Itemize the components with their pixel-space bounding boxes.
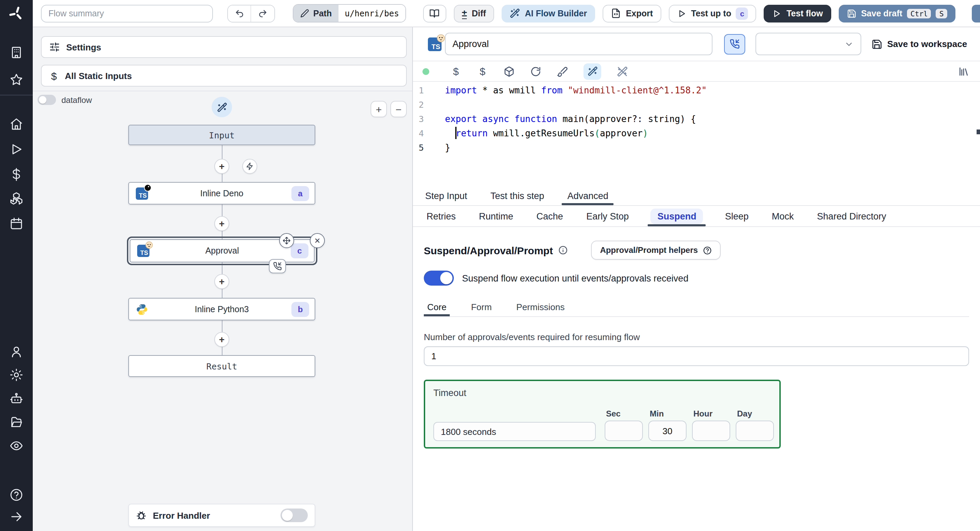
sidebar-item-variables[interactable] [0, 168, 33, 181]
package-button[interactable] [504, 66, 515, 77]
undo-button[interactable] [228, 5, 251, 21]
save-draft-button[interactable]: Save draft Ctrl S [838, 5, 955, 22]
approvals-required-input[interactable] [424, 346, 969, 366]
tab-shared-directory[interactable]: Shared Directory [814, 206, 889, 226]
suspend-mode-button[interactable] [724, 34, 745, 54]
flow-node-approval-selected[interactable]: TS Approval c [127, 236, 317, 265]
move-step-button[interactable] [279, 233, 294, 248]
script-library-button[interactable] [958, 66, 969, 77]
tab-advanced[interactable]: Advanced [566, 186, 610, 205]
flow-graph-canvas[interactable]: dataflow + − Input [33, 91, 412, 531]
ai-disable-button[interactable] [617, 66, 628, 77]
paintbrush-icon [557, 66, 568, 77]
tab-test-this-step[interactable]: Test this step [489, 186, 546, 205]
tab-permissions[interactable]: Permissions [513, 298, 568, 316]
sidebar-item-workspace[interactable] [0, 46, 33, 59]
resources-picker-button[interactable]: $ [477, 66, 488, 76]
format-button[interactable] [557, 66, 568, 77]
flow-node-inline-python[interactable]: Inline Python3 b [128, 298, 315, 320]
tab-sleep[interactable]: Sleep [722, 206, 751, 226]
test-up-to-button[interactable]: Test up to c [668, 5, 757, 22]
reload-button[interactable] [530, 66, 541, 77]
suspend-enable-toggle[interactable] [424, 271, 454, 285]
sidebar-item-users[interactable] [0, 345, 33, 358]
code-line[interactable]: 5} [413, 140, 980, 155]
tab-mock[interactable]: Mock [769, 206, 797, 226]
plus-icon: + [219, 219, 224, 228]
wand-sparkles-icon [587, 66, 598, 76]
flow-summary-input[interactable] [41, 5, 213, 22]
flow-settings-button[interactable]: Settings [41, 36, 407, 58]
zoom-out-button[interactable]: − [390, 101, 407, 117]
code-editor[interactable]: 1import * as wmill from "windmill-client… [413, 81, 980, 186]
tab-retries[interactable]: Retries [424, 206, 458, 226]
tab-early-stop[interactable]: Early Stop [584, 206, 632, 226]
diff-button[interactable]: ± Diff [453, 5, 494, 22]
code-line[interactable]: 4 return wmill.getResumeUrls(approver) [413, 126, 980, 140]
ai-assistant-button[interactable] [584, 63, 601, 79]
code-line[interactable]: 2 [413, 97, 980, 112]
sidebar-item-favorites[interactable] [0, 73, 33, 87]
add-trigger-button[interactable] [242, 159, 257, 174]
tab-step-input[interactable]: Step Input [424, 186, 468, 205]
all-static-inputs-button[interactable]: $ All Static Inputs [41, 65, 407, 87]
timeout-sec-input[interactable] [605, 420, 643, 441]
flow-panel: Settings $ All Static Inputs dataflow [33, 27, 413, 531]
docs-button[interactable] [423, 5, 446, 22]
step-name-input[interactable] [445, 33, 713, 55]
delete-step-button[interactable]: ✕ [310, 233, 325, 248]
tab-cache[interactable]: Cache [534, 206, 566, 226]
step-id-badge: a [291, 186, 309, 201]
approval-helpers-button[interactable]: Approval/Prompt helpers [591, 241, 720, 260]
sidebar-item-audit[interactable] [0, 439, 33, 453]
tab-core[interactable]: Core [424, 298, 450, 316]
building-icon [10, 46, 23, 59]
flow-node-inline-deno[interactable]: TS Inline Deno a [128, 182, 315, 204]
sidebar-item-workers[interactable] [0, 392, 33, 406]
save-icon [872, 38, 882, 49]
add-step-button[interactable]: + [214, 332, 229, 347]
flow-node-input[interactable]: Input [128, 125, 315, 145]
tab-runtime[interactable]: Runtime [476, 206, 516, 226]
flow-node-result[interactable]: Result [128, 355, 315, 377]
add-step-button[interactable]: + [214, 274, 229, 289]
ai-flow-builder-button[interactable]: AI Flow Builder [501, 5, 595, 22]
sidebar-item-folders[interactable] [0, 416, 33, 430]
deploy-button-partial[interactable] [972, 5, 980, 22]
sidebar-item-schedules[interactable] [0, 217, 33, 230]
timeout-hour-input[interactable] [692, 420, 730, 441]
code-line[interactable]: 3export async function main(approver?: s… [413, 112, 980, 126]
code-line[interactable]: 1import * as wmill from "windmill-client… [413, 83, 980, 97]
dataflow-toggle[interactable] [38, 95, 56, 105]
sidebar-item-resources[interactable] [0, 192, 33, 206]
add-step-button[interactable]: + [214, 216, 229, 231]
sidebar-item-collapse[interactable] [0, 510, 33, 523]
redo-button[interactable] [251, 5, 274, 21]
export-button[interactable]: Export [603, 5, 661, 22]
sidebar-item-settings[interactable] [0, 368, 33, 382]
timeout-min-input[interactable] [648, 420, 687, 441]
info-icon[interactable] [558, 246, 568, 255]
zoom-in-button[interactable]: + [371, 101, 387, 117]
error-handler-card[interactable]: Error Handler [128, 504, 315, 527]
error-handler-toggle[interactable] [280, 509, 308, 522]
tab-form[interactable]: Form [468, 298, 495, 316]
ai-graph-wand-button[interactable] [212, 97, 232, 117]
step-id-badge: c [291, 243, 309, 258]
path-button[interactable]: Path u/henri/bes [293, 4, 406, 22]
timeout-day-input[interactable] [736, 420, 774, 441]
robot-icon [10, 392, 23, 406]
save-to-workspace-button[interactable]: Save to workspace [872, 38, 967, 49]
sidebar-item-runs[interactable] [0, 143, 33, 156]
sidebar-item-help[interactable] [0, 488, 33, 502]
approval-face-icon [145, 241, 153, 249]
script-version-select[interactable] [756, 33, 861, 55]
variables-picker-button[interactable]: $ [450, 66, 461, 76]
windmill-logo[interactable] [0, 5, 33, 22]
tab-suspend[interactable]: Suspend [649, 206, 705, 226]
sidebar [0, 0, 33, 531]
folder-open-icon [10, 416, 23, 430]
sidebar-item-home[interactable] [0, 117, 33, 131]
test-flow-button[interactable]: Test flow [764, 5, 831, 22]
add-step-button[interactable]: + [214, 159, 229, 174]
